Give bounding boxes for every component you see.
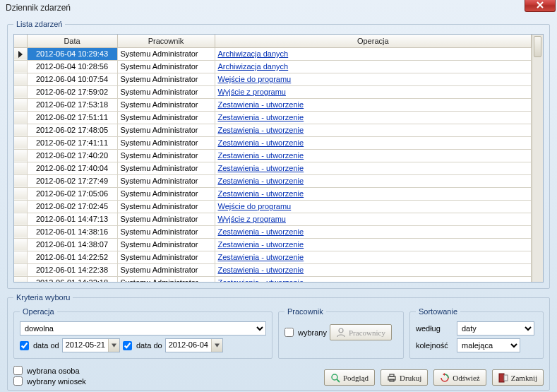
- preview-button-label: Podgląd: [343, 374, 369, 382]
- print-button[interactable]: Drukuj: [381, 369, 428, 386]
- table-row[interactable]: 2012-06-04 10:07:54Systemu Administrator…: [14, 73, 532, 85]
- table-row[interactable]: 2012-06-02 17:05:06Systemu Administrator…: [14, 187, 532, 200]
- cell-date: 2012-06-02 17:02:45: [27, 200, 117, 213]
- table-row[interactable]: 2012-06-02 17:40:20Systemu Administrator…: [14, 149, 532, 162]
- close-window-button[interactable]: Zamknij: [492, 369, 544, 386]
- operation-link[interactable]: Zestawienia - utworzenie: [218, 266, 304, 274]
- event-table[interactable]: Data Pracownik Operacja 2012-06-04 10:29…: [14, 35, 532, 282]
- date-from-checkbox[interactable]: [20, 341, 29, 350]
- table-row[interactable]: 2012-06-01 14:22:52Systemu Administrator…: [14, 251, 532, 263]
- workers-button[interactable]: Pracownicy: [330, 324, 392, 340]
- worker-selected-checkbox[interactable]: [285, 328, 294, 337]
- row-indicator: [14, 276, 27, 282]
- operation-link[interactable]: Wyjście z programu: [218, 88, 286, 96]
- date-to-dropdown-button[interactable]: [211, 339, 222, 352]
- operation-link[interactable]: Zestawienia - utworzenie: [218, 177, 304, 185]
- date-to-checkbox[interactable]: [123, 341, 132, 350]
- selected-person-row[interactable]: wybrana osoba: [13, 366, 86, 375]
- row-indicator: [14, 200, 27, 213]
- table-row[interactable]: 2012-06-01 14:38:16Systemu Administrator…: [14, 225, 532, 238]
- worker-legend: Pracownik: [285, 307, 326, 316]
- sort-order-label: kolejność: [416, 341, 453, 350]
- operation-link[interactable]: Wejście do programu: [218, 75, 292, 83]
- cell-date: 2012-06-01 14:47:13: [27, 213, 117, 225]
- operation-link[interactable]: Zestawienia - utworzenie: [218, 151, 304, 160]
- preview-button[interactable]: Podgląd: [324, 369, 375, 386]
- date-to-picker[interactable]: 2012-06-04: [165, 338, 223, 352]
- svg-point-1: [332, 374, 337, 380]
- svg-point-0: [339, 328, 343, 333]
- cell-operation: Zestawienia - utworzenie: [215, 124, 532, 136]
- operation-link[interactable]: Zestawienia - utworzenie: [218, 138, 304, 147]
- table-row[interactable]: 2012-06-02 17:02:45Systemu Administrator…: [14, 200, 532, 213]
- list-legend: Lista zdarzeń: [13, 20, 65, 28]
- table-row[interactable]: 2012-06-01 14:38:07Systemu Administrator…: [14, 238, 532, 251]
- header-worker[interactable]: Pracownik: [117, 35, 215, 47]
- date-from-label[interactable]: data od: [33, 341, 59, 350]
- selected-request-row[interactable]: wybrany wniosek: [13, 376, 86, 386]
- cell-operation: Zestawienia - utworzenie: [215, 276, 532, 282]
- selected-request-label: wybrany wniosek: [27, 377, 86, 386]
- cell-worker: Systemu Administrator: [117, 276, 215, 282]
- cell-operation: Archiwizacja danych: [215, 60, 532, 73]
- operation-link[interactable]: Zestawienia - utworzenie: [218, 278, 304, 282]
- cell-date: 2012-06-02 17:53:18: [27, 98, 117, 111]
- selected-person-checkbox[interactable]: [13, 366, 23, 375]
- operation-link[interactable]: Zestawienia - utworzenie: [218, 189, 304, 198]
- operation-select[interactable]: dowolna: [20, 321, 266, 335]
- operation-link[interactable]: Zestawienia - utworzenie: [218, 100, 304, 109]
- date-from-picker[interactable]: 2012-05-21: [62, 338, 120, 352]
- table-row[interactable]: 2012-06-01 14:47:13Systemu Administrator…: [14, 213, 532, 225]
- table-row[interactable]: 2012-06-04 10:29:43Systemu Administrator…: [14, 47, 532, 60]
- table-row[interactable]: 2012-06-02 17:41:11Systemu Administrator…: [14, 136, 532, 149]
- close-button[interactable]: [525, 0, 556, 12]
- table-row[interactable]: 2012-06-02 17:51:11Systemu Administrator…: [14, 111, 532, 124]
- selected-request-checkbox[interactable]: [13, 376, 23, 386]
- header-operation[interactable]: Operacja: [215, 35, 532, 47]
- operation-link[interactable]: Archiwizacja danych: [218, 49, 289, 58]
- date-from-dropdown-button[interactable]: [108, 339, 119, 352]
- table-row[interactable]: 2012-06-02 17:59:02Systemu Administrator…: [14, 85, 532, 98]
- workers-button-label: Pracownicy: [349, 328, 385, 337]
- operation-link[interactable]: Zestawienia - utworzenie: [218, 227, 304, 236]
- operation-link[interactable]: Wyjście z programu: [218, 215, 286, 223]
- sort-group: Sortowanie według daty kolejność malejąc…: [409, 307, 544, 359]
- header-date[interactable]: Data: [27, 35, 117, 47]
- operation-link[interactable]: Zestawienia - utworzenie: [218, 253, 304, 261]
- table-row[interactable]: 2012-06-04 10:28:56Systemu Administrator…: [14, 60, 532, 73]
- cell-operation: Wejście do programu: [215, 200, 532, 213]
- table-row[interactable]: 2012-06-02 17:48:05Systemu Administrator…: [14, 124, 532, 136]
- cell-operation: Zestawienia - utworzenie: [215, 111, 532, 124]
- cell-worker: Systemu Administrator: [117, 124, 215, 136]
- window-title: Dziennik zdarzeń: [6, 3, 71, 13]
- table-row[interactable]: 2012-06-01 14:22:18Systemu Administrator…: [14, 276, 532, 282]
- date-to-label[interactable]: data do: [136, 341, 162, 350]
- row-indicator: [14, 263, 27, 276]
- sort-order-select[interactable]: malejąca: [457, 338, 520, 352]
- cell-worker: Systemu Administrator: [117, 85, 215, 98]
- vertical-scrollbar[interactable]: [532, 35, 543, 282]
- scrollbar-thumb[interactable]: [534, 36, 541, 57]
- table-row[interactable]: 2012-06-02 17:53:18Systemu Administrator…: [14, 98, 532, 111]
- header-indicator[interactable]: [14, 35, 27, 47]
- operation-group: Operacja dowolna data od 2012-05-21 data…: [13, 307, 272, 359]
- sort-by-select[interactable]: daty: [457, 321, 534, 335]
- operation-link[interactable]: Zestawienia - utworzenie: [218, 113, 304, 121]
- table-row[interactable]: 2012-06-02 17:27:49Systemu Administrator…: [14, 174, 532, 187]
- selected-person-label: wybrana osoba: [27, 367, 80, 375]
- operation-link[interactable]: Wejście do programu: [218, 202, 292, 210]
- operation-link[interactable]: Zestawienia - utworzenie: [218, 126, 304, 134]
- refresh-button[interactable]: Odśwież: [433, 369, 486, 386]
- table-row[interactable]: 2012-06-01 14:22:38Systemu Administrator…: [14, 263, 532, 276]
- cell-worker: Systemu Administrator: [117, 187, 215, 200]
- operation-link[interactable]: Archiwizacja danych: [218, 62, 289, 71]
- printer-icon: [387, 373, 397, 383]
- cell-operation: Zestawienia - utworzenie: [215, 187, 532, 200]
- operation-link[interactable]: Zestawienia - utworzenie: [218, 240, 304, 249]
- cell-date: 2012-06-04 10:07:54: [27, 73, 117, 85]
- worker-selected-label[interactable]: wybrany: [298, 328, 327, 337]
- table-row[interactable]: 2012-06-02 17:40:04Systemu Administrator…: [14, 162, 532, 174]
- operation-link[interactable]: Zestawienia - utworzenie: [218, 164, 304, 172]
- chevron-down-icon: [112, 343, 116, 348]
- svg-rect-5: [499, 374, 504, 382]
